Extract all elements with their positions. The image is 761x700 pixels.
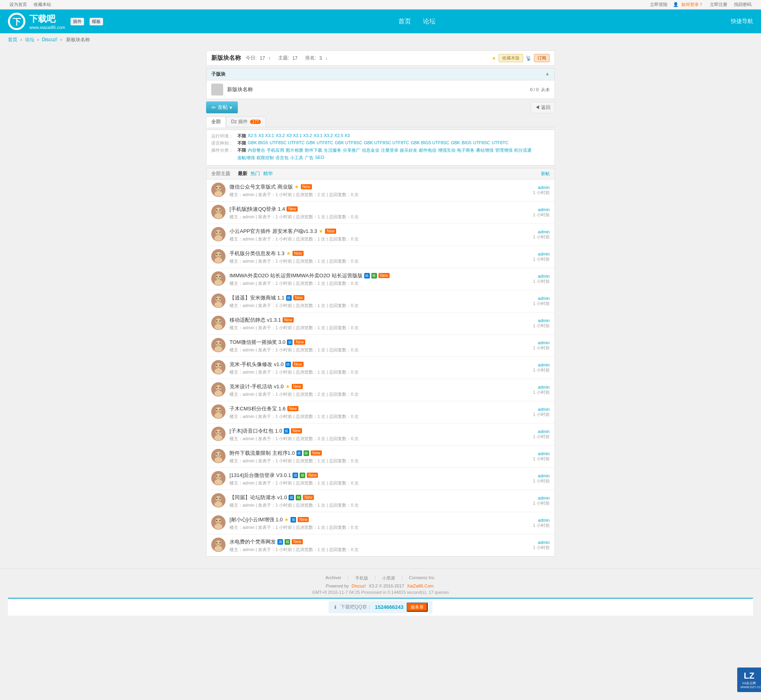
thread-author[interactable]: admin [526,296,550,301]
thread-author[interactable]: admin [526,252,550,256]
thread-title-link[interactable]: 小云APP官方插件 原安米客户端v1.3.3 [229,228,317,235]
type-nolimit[interactable]: 不限 [237,147,246,153]
thread-title-link[interactable]: 【逍遥】安米微商城 1.1 [229,294,285,301]
thread-title-link[interactable]: [手机版]快速QQ登录 1.4 [229,206,285,213]
post-button[interactable]: ✏ 发帖 ▾ [206,101,238,113]
thread-title-link[interactable]: TOM微信摇一摇抽奖 3.0 [229,339,285,346]
type-download[interactable]: 附件下载 [305,147,322,153]
how-to-login-link[interactable]: 如何登录？ [681,2,703,7]
thread-title-link[interactable]: 附件下载流量限制 主程序1.0 [229,450,295,457]
env-nolimit[interactable]: 不限 [237,133,246,139]
env-x32[interactable]: X3.2 [276,133,285,139]
thread-title-link[interactable]: 克米设计-手机活动 v1.0 [229,383,284,390]
subscribe-btn[interactable]: 订阅 [534,54,550,62]
thread-title-link[interactable]: [1314]后台微信登录 V3.0.1 [229,472,291,479]
type-register[interactable]: 注册登录 [381,147,398,153]
service-button[interactable]: 服务章 [407,603,428,612]
lang-nolimit[interactable]: 不限 [237,140,246,146]
thread-author[interactable]: admin [526,473,550,478]
sort-newest[interactable]: 最新 [238,170,247,177]
lang-gbk-big5[interactable]: GBK BIG5 [248,140,268,146]
thread-title-link[interactable]: 手机版分类信息发布 1.3 [229,250,285,257]
thread-title-link[interactable]: 克米-手机头像修改 v1.0 [229,361,284,368]
type-photo[interactable]: 图片相册 [286,147,303,153]
thread-title-link[interactable]: [耐小心]小云IM增强 1.0 [229,516,283,523]
thread-author[interactable]: admin [526,540,550,545]
quick-nav[interactable]: 快捷导航 [731,18,753,25]
type-tools[interactable]: 小工具 [290,155,303,161]
type-life[interactable]: 生活服务 [324,147,341,153]
thread-title-link[interactable]: IMMWA外卖O2O 站长运营IMMWA外卖O2O 站长运营版版 [229,272,363,279]
thread-author[interactable]: admin [526,207,550,212]
footer-archiver[interactable]: Archiver [325,575,341,581]
new-post-link[interactable]: 新帖 [541,171,550,177]
thread-author[interactable]: admin [526,318,550,323]
thread-author[interactable]: admin [526,385,550,389]
set-homepage-link[interactable]: 设为首页 [10,2,27,7]
lang-gbk2[interactable]: GBK [451,140,460,146]
login-link[interactable]: 立即登陆 [650,2,667,7]
type-info[interactable]: 信息金业 [362,147,379,153]
nav-home[interactable]: 首页 [398,17,411,26]
thread-title-link[interactable]: 微信公众号文章版式 商业版 [229,183,293,191]
lang-utf8tc[interactable]: UTF8TC [491,140,508,146]
type-postenhance[interactable]: 发帖增强 [237,155,255,161]
thread-author[interactable]: admin [526,451,550,456]
lang-gbk-utf8tc[interactable]: GBK UTF8TC [306,140,333,146]
nav-forum[interactable]: 论坛 [423,17,436,26]
env-x31[interactable]: X3.1 [265,133,274,139]
lang-utf8sc[interactable]: UTF8SC [473,140,490,146]
lang-utf8sc-tc[interactable]: UTF8SC UTF8TC [270,140,304,146]
collect-btn[interactable]: 收藏本版 [499,54,523,62]
lang-gbk-utf8sc-tc[interactable]: GBK UTF8SC UTF8TC [364,140,409,146]
env-x3[interactable]: X3 [258,133,264,139]
env-x25x3[interactable]: X2.5 X3 [335,133,350,139]
type-mobile[interactable]: 手机应用 [267,147,284,153]
footer-mobile[interactable]: 手机版 [355,575,368,581]
sort-digest[interactable]: 精华 [263,170,273,177]
type-station[interactable]: 番站增强 [476,147,493,153]
thread-author[interactable]: admin [526,518,550,523]
lang-gbk-utf8sc[interactable]: GBK UTF8SC [335,140,362,146]
subforum-name[interactable]: 新版块名称 [227,86,253,93]
lang-big5[interactable]: BIG5 [462,140,472,146]
register-link[interactable]: 立即注册 [710,2,727,7]
thread-author[interactable]: admin [526,340,550,345]
subforum-collapse[interactable]: ▲ [545,71,550,78]
thread-title-link[interactable]: 子木CMS积分任务宝 1.6 [229,405,286,412]
env-x31x32[interactable]: X3.1 X3.2 [314,133,333,139]
type-ad[interactable]: 广告 [305,155,314,161]
thread-author[interactable]: admin [526,496,550,500]
thread-author[interactable]: admin [526,185,550,190]
type-entertain[interactable]: 娱乐好友 [400,147,417,153]
tab-dz[interactable]: Dz 插件 177 [226,116,266,127]
footer-small-black[interactable]: 小黑屋 [382,575,395,581]
thread-title-link[interactable]: 水电费的个梵蒂网发 [229,538,276,546]
thread-title-link[interactable]: [子木]语音口令红包 1.0 [229,427,282,435]
type-lang[interactable]: 语言包 [275,155,289,161]
thread-author[interactable]: admin [526,429,550,434]
type-enhance[interactable]: 增强互动 [438,147,455,153]
collect-site-link[interactable]: 收藏本站 [34,2,51,7]
type-score[interactable]: 积分流通 [514,147,532,153]
thread-author[interactable]: admin [526,274,550,278]
breadcrumb-forum[interactable]: 论坛 [25,37,34,42]
type-mail[interactable]: 邮件电信 [419,147,436,153]
discuz-link[interactable]: Discuz! [352,584,366,588]
type-perm[interactable]: 权限控制 [256,155,274,161]
thread-title-link[interactable]: 移动适配仿静态 v1.3.1 [229,317,281,324]
env-x3x31x32[interactable]: X3 X3.1 X3.2 [286,133,312,139]
sort-hottest[interactable]: 热门 [250,170,260,177]
thread-title-link[interactable]: 【同届】论坛防灌水 v1.0 [229,494,287,501]
site-link[interactable]: XaiZa86.Com [407,584,434,588]
back-button[interactable]: ◀ 返回 [531,102,555,113]
breadcrumb-home[interactable]: 首页 [8,37,17,42]
breadcrumb-discuz[interactable]: Discuz! [42,37,57,42]
footer-comsenz[interactable]: Comsenz Inc. [409,575,436,581]
type-ecommerce[interactable]: 电子商务 [457,147,474,153]
thread-author[interactable]: admin [526,407,550,412]
env-x25[interactable]: X2.5 [248,133,257,139]
find-password-link[interactable]: 找回密码 [734,2,751,7]
type-share[interactable]: 分享推广 [343,147,360,153]
type-seo[interactable]: SEO [315,155,324,161]
